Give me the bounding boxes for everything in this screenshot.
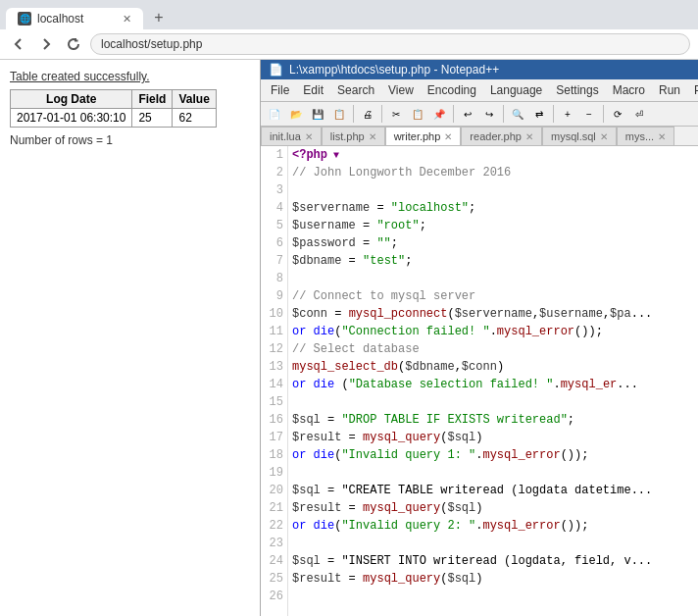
toolbar-cut[interactable]: ✂ [386, 104, 406, 124]
toolbar-open[interactable]: 📂 [286, 104, 306, 124]
tab-close-button[interactable]: ✕ [123, 13, 131, 26]
tab-label: init.lua [270, 130, 301, 142]
tab-close[interactable]: ✕ [305, 131, 313, 142]
line-number: 11 [261, 323, 287, 340]
table-header-logdate: Log Date [11, 90, 132, 109]
toolbar-sep-6 [603, 105, 604, 123]
address-bar[interactable] [90, 33, 690, 55]
code-line: or die("Invalid query 1: ".mysql_error()… [292, 446, 698, 464]
menu-macro[interactable]: Macro [607, 81, 651, 99]
code-line [292, 393, 698, 411]
code-line: mysql_select_db($dbname,$conn) [292, 358, 698, 376]
back-button[interactable] [8, 33, 29, 55]
menu-search[interactable]: Search [331, 81, 380, 99]
tab-close[interactable]: ✕ [658, 131, 666, 142]
line-number: 19 [261, 464, 287, 482]
line-number: 14 [261, 376, 287, 393]
line-number: 18 [261, 446, 287, 464]
tab-title: localhost [37, 12, 117, 26]
page-status: Table created successfully. [10, 70, 250, 83]
code-line: $sql = "INSERT INTO writeread (logdata, … [292, 552, 698, 570]
tab-close[interactable]: ✕ [525, 131, 533, 142]
toolbar-wrap[interactable]: ⏎ [629, 104, 649, 124]
notepad-icon: 📄 [269, 63, 283, 77]
code-line: $result = mysql_query($sql) [292, 570, 698, 588]
browser-tab[interactable]: 🌐 localhost ✕ [6, 8, 143, 29]
line-number: 5 [261, 217, 287, 234]
code-line [292, 270, 698, 287]
code-editor[interactable]: 1234567891011121314151617181920212223242… [261, 146, 698, 616]
forward-button[interactable] [35, 33, 57, 55]
toolbar-zoom-out[interactable]: − [579, 104, 599, 124]
line-number: 25 [261, 570, 287, 588]
code-line: or die ("Database selection failed! ".my… [292, 376, 698, 393]
new-tab-button[interactable]: + [147, 6, 171, 29]
tab-reader-php[interactable]: reader.php ✕ [461, 127, 542, 145]
code-line: $sql = "CREATE TABLE writeread (logdata … [292, 482, 698, 499]
code-line: $conn = mysql_pconnect($servername,$user… [292, 305, 698, 323]
code-content[interactable]: <?php ▼ // John Longworth December 2016 … [288, 146, 698, 616]
menu-file[interactable]: File [265, 81, 295, 99]
tab-mysql-sql[interactable]: mysql.sql ✕ [542, 127, 617, 145]
toolbar-find[interactable]: 🔍 [508, 104, 527, 124]
toolbar-undo[interactable]: ↩ [458, 104, 477, 124]
line-number: 10 [261, 305, 287, 323]
code-line: $sql = "DROP TABLE IF EXISTS writeread"; [292, 411, 698, 429]
refresh-button[interactable] [63, 33, 84, 55]
line-number: 2 [261, 164, 287, 181]
tab-label: reader.php [470, 130, 522, 142]
tab-close[interactable]: ✕ [444, 131, 452, 142]
menu-edit[interactable]: Edit [297, 81, 329, 99]
line-number: 7 [261, 252, 287, 270]
toolbar-print[interactable]: 🖨 [358, 104, 377, 124]
toolbar-sep-3 [453, 105, 454, 123]
menu-run[interactable]: Run [653, 81, 686, 99]
toolbar-sync[interactable]: ⟳ [608, 104, 627, 124]
code-line [292, 588, 698, 605]
row-count: Number of rows = 1 [10, 133, 250, 147]
line-number: 20 [261, 482, 287, 499]
code-line: $password = ""; [292, 234, 698, 252]
code-line: $username = "root"; [292, 217, 698, 234]
tab-close[interactable]: ✕ [369, 131, 376, 142]
code-line: $result = mysql_query($sql) [292, 429, 698, 446]
code-line: $servername = "localhost"; [292, 199, 698, 217]
toolbar-new[interactable]: 📄 [265, 104, 284, 124]
menu-view[interactable]: View [382, 81, 420, 99]
line-number: 23 [261, 535, 287, 552]
browser-chrome: 🌐 localhost ✕ + [0, 0, 698, 60]
tab-favicon: 🌐 [18, 12, 31, 26]
data-table: Log Date Field Value 2017-01-01 06:30:10… [10, 89, 217, 128]
line-number: 6 [261, 234, 287, 252]
main-content: Table created successfully. Log Date Fie… [0, 60, 698, 616]
menu-settings[interactable]: Settings [550, 81, 604, 99]
tab-list-php[interactable]: list.php ✕ [322, 127, 385, 145]
tab-mys[interactable]: mys... ✕ [617, 127, 674, 145]
toolbar-sep-5 [553, 105, 554, 123]
line-number: 21 [261, 499, 287, 517]
cell-logdate: 2017-01-01 06:30:10 [11, 109, 132, 128]
toolbar-paste[interactable]: 📌 [429, 104, 449, 124]
toolbar-save[interactable]: 💾 [308, 104, 327, 124]
notepad-menubar: File Edit Search View Encoding Language … [261, 79, 698, 102]
menu-language[interactable]: Language [484, 81, 548, 99]
menu-encoding[interactable]: Encoding [422, 81, 482, 99]
notepad-titlebar: 📄 L:\xampp\htdocs\setup.php - Notepad++ [261, 60, 698, 79]
table-row: 2017-01-01 06:30:10 25 62 [11, 109, 217, 128]
table-header-value: Value [173, 90, 216, 109]
line-number: 4 [261, 199, 287, 217]
toolbar-replace[interactable]: ⇄ [529, 104, 549, 124]
code-line [292, 535, 698, 552]
line-number: 26 [261, 588, 287, 605]
tab-writer-php[interactable]: writer.php ✕ [385, 127, 462, 145]
tab-close[interactable]: ✕ [600, 131, 608, 142]
line-number: 17 [261, 429, 287, 446]
code-line: or die("Invalid query 2: ".mysql_error()… [292, 517, 698, 535]
menu-plugins[interactable]: Plu... [688, 81, 698, 99]
toolbar-copy[interactable]: 📋 [408, 104, 427, 124]
toolbar-sep-2 [381, 105, 382, 123]
tab-init-lua[interactable]: init.lua ✕ [261, 127, 322, 145]
toolbar-saveall[interactable]: 📋 [329, 104, 349, 124]
toolbar-zoom-in[interactable]: + [558, 104, 577, 124]
toolbar-redo[interactable]: ↪ [479, 104, 499, 124]
